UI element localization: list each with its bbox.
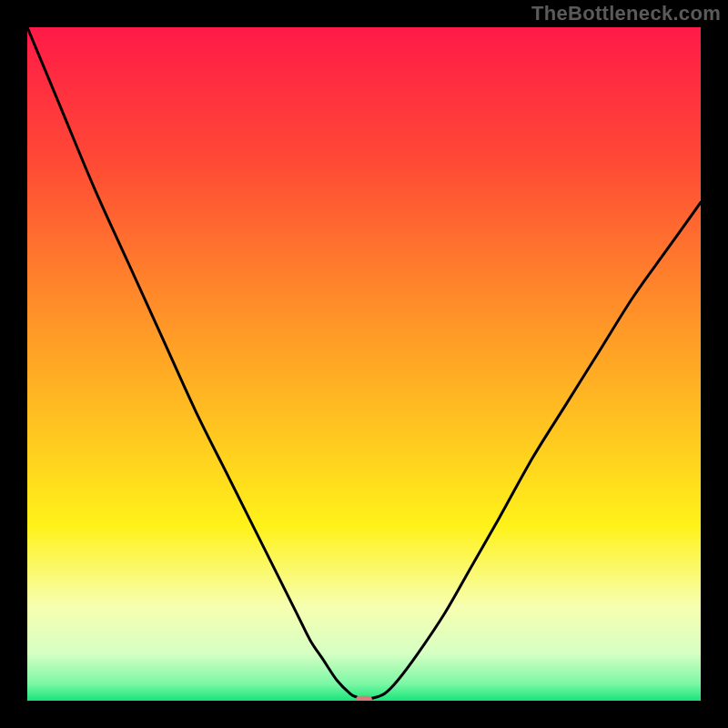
- gradient-background: [27, 27, 701, 701]
- plot-area: [27, 27, 701, 701]
- chart-svg: [27, 27, 701, 701]
- optimum-marker: [356, 696, 372, 701]
- chart-frame: TheBottleneck.com: [0, 0, 728, 728]
- watermark-text: TheBottleneck.com: [531, 2, 721, 25]
